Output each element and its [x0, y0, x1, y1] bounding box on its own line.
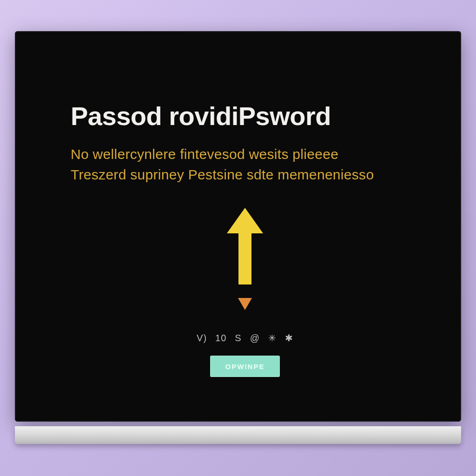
code-char-2: 10 [215, 333, 226, 344]
subtitle-line-2: Treszerd supriney Pestsine sdte memeneni… [71, 167, 374, 182]
screen-content: Passod rovidiPsword No wellercynlere fin… [15, 31, 461, 422]
svg-marker-0 [227, 208, 263, 284]
page-title: Passod rovidiPsword [71, 101, 419, 131]
arrow-down-icon [238, 298, 252, 311]
continue-button[interactable]: OPWINPE [210, 356, 280, 377]
code-char-5: ✳ [268, 332, 277, 344]
code-char-3: S [235, 333, 241, 344]
monitor-frame: Passod rovidiPsword No wellercynlere fin… [15, 31, 461, 436]
code-char-6: ✱ [285, 332, 293, 344]
subtitle-line-1: No wellercynlere fintevesod wesits pliee… [71, 146, 338, 162]
arrow-group: V) 10 S @ ✳ ✱ OPWINPE [71, 208, 419, 377]
monitor-stand [15, 426, 461, 444]
arrow-up-icon [224, 208, 266, 287]
code-char-4: @ [250, 333, 260, 344]
page-subtitle: No wellercynlere fintevesod wesits pliee… [71, 144, 419, 185]
code-char-1: V) [197, 333, 207, 344]
code-row: V) 10 S @ ✳ ✱ [197, 332, 293, 344]
svg-marker-1 [238, 298, 252, 310]
